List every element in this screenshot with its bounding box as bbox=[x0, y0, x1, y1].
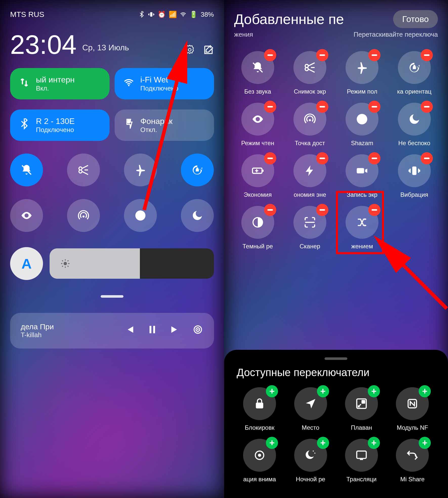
clock-date: Ср, 13 Июль bbox=[82, 43, 129, 52]
toggle-screenshot[interactable]: Снимок экр bbox=[286, 51, 333, 95]
media-next-button[interactable] bbox=[169, 324, 181, 338]
remove-badge[interactable] bbox=[316, 101, 328, 113]
add-badge[interactable] bbox=[368, 437, 380, 449]
orientation-lock-toggle[interactable] bbox=[181, 154, 214, 186]
toggle-motion[interactable]: жением bbox=[338, 206, 386, 250]
toggle-ultra[interactable]: ономия эне bbox=[286, 154, 333, 198]
flashlight-tile[interactable]: ФонарикОткл. bbox=[115, 110, 214, 141]
toggle-cast[interactable]: Трансляци bbox=[338, 439, 384, 483]
toggle-battery[interactable]: Экономия bbox=[234, 154, 281, 198]
media-player-card[interactable]: дела При T-killah bbox=[10, 313, 214, 349]
toggle-location[interactable]: Место bbox=[288, 387, 333, 431]
toggle-label: ка ориентац bbox=[391, 88, 438, 95]
status-icons: ⏰ 📶 🔋 38% bbox=[138, 11, 214, 18]
toggle-night[interactable]: Ночной ре bbox=[288, 439, 333, 483]
toggle-label: жением bbox=[338, 243, 386, 250]
media-output-button[interactable] bbox=[192, 324, 203, 338]
bluetooth-icon bbox=[18, 118, 30, 132]
media-pause-button[interactable] bbox=[147, 324, 158, 338]
hotspot-icon bbox=[293, 103, 326, 136]
toggle-mute[interactable]: Без звука bbox=[234, 51, 281, 95]
remove-badge[interactable] bbox=[368, 152, 380, 164]
toggle-airplane[interactable]: Режим пол bbox=[338, 51, 386, 95]
toggle-label: Запись экр bbox=[338, 191, 386, 198]
remove-badge[interactable] bbox=[264, 204, 276, 216]
panel-handle[interactable] bbox=[325, 357, 347, 360]
auto-brightness-toggle[interactable]: A bbox=[10, 247, 43, 280]
toggle-label: Экономия bbox=[234, 191, 281, 198]
toggle-label: Трансляци bbox=[338, 476, 384, 483]
toggle-shazam[interactable]: Shazam bbox=[338, 103, 386, 147]
camera-icon bbox=[346, 154, 378, 187]
subtitle-right: Перетаскивайте переключа bbox=[354, 31, 438, 38]
add-badge[interactable] bbox=[317, 385, 329, 397]
floating-icon bbox=[345, 387, 378, 420]
toggle-scanner[interactable]: Сканер bbox=[286, 206, 333, 250]
vibrate-status-icon bbox=[148, 11, 155, 18]
toggle-label: Блокировк bbox=[237, 424, 283, 431]
toggle-dnd[interactable]: Не беспоко bbox=[391, 103, 438, 147]
remove-badge[interactable] bbox=[264, 152, 276, 164]
remove-badge[interactable] bbox=[421, 49, 433, 61]
toggle-record[interactable]: Запись экр bbox=[338, 154, 386, 198]
toggle-orientation[interactable]: ка ориентац bbox=[391, 51, 438, 95]
remove-badge[interactable] bbox=[264, 101, 276, 113]
done-button[interactable]: Готово bbox=[393, 10, 438, 28]
remove-badge[interactable] bbox=[316, 152, 328, 164]
toggle-label: Ночной ре bbox=[288, 476, 333, 483]
toggle-reading[interactable]: Режим чтен bbox=[234, 103, 281, 147]
toggle-nfc[interactable]: Модуль NF bbox=[390, 387, 435, 431]
toggle-label: Плаван bbox=[338, 424, 384, 431]
shazam-toggle[interactable] bbox=[124, 199, 157, 232]
remove-badge[interactable] bbox=[421, 152, 433, 164]
bluetooth-tile[interactable]: R 2 - 130EПодключено bbox=[10, 110, 110, 141]
reading-mode-toggle[interactable] bbox=[10, 199, 43, 232]
toggle-mishare[interactable]: Mi Share bbox=[390, 439, 435, 483]
remove-badge[interactable] bbox=[368, 101, 380, 113]
settings-icon[interactable] bbox=[184, 44, 195, 58]
cast-icon bbox=[345, 439, 378, 472]
mobile-data-tile[interactable]: ый интернВкл. bbox=[10, 68, 110, 99]
battery-status-icon: 🔋 bbox=[189, 11, 198, 18]
remove-badge[interactable] bbox=[421, 101, 433, 113]
hotspot-toggle[interactable] bbox=[67, 199, 100, 232]
remove-badge[interactable] bbox=[316, 49, 328, 61]
remove-badge[interactable] bbox=[316, 204, 328, 216]
remove-badge[interactable] bbox=[368, 49, 380, 61]
add-badge[interactable] bbox=[368, 385, 380, 397]
remove-badge[interactable] bbox=[264, 49, 276, 61]
moon-stars-icon bbox=[294, 439, 327, 472]
add-badge[interactable] bbox=[266, 385, 278, 397]
bolt-icon bbox=[293, 154, 326, 187]
mobile-data-icon bbox=[18, 77, 30, 91]
grab-handle[interactable] bbox=[101, 295, 123, 298]
edit-icon[interactable] bbox=[203, 44, 214, 58]
toggle-label: Mi Share bbox=[390, 476, 435, 483]
add-badge[interactable] bbox=[419, 437, 431, 449]
battery-plus-icon bbox=[241, 154, 274, 187]
brightness-slider[interactable] bbox=[50, 248, 214, 279]
add-badge[interactable] bbox=[317, 437, 329, 449]
toggle-label: Модуль NF bbox=[390, 424, 435, 431]
dnd-toggle[interactable] bbox=[181, 199, 214, 232]
mute-toggle[interactable] bbox=[10, 154, 43, 186]
toggle-label: Режим пол bbox=[338, 88, 386, 95]
toggle-vibrate[interactable]: Вибрация bbox=[391, 154, 438, 198]
toggle-hotspot[interactable]: Точка дост bbox=[286, 103, 333, 147]
toggle-dark[interactable]: Темный ре bbox=[234, 206, 281, 250]
toggle-focus[interactable]: ация внима bbox=[237, 439, 283, 483]
screenshot-toggle[interactable] bbox=[67, 154, 100, 186]
toggle-label: Не беспоко bbox=[391, 140, 438, 147]
airplane-toggle[interactable] bbox=[124, 154, 157, 186]
wifi-tile[interactable]: i-Fi WetПодключено bbox=[115, 68, 214, 99]
media-prev-button[interactable] bbox=[124, 324, 135, 338]
add-badge[interactable] bbox=[419, 385, 431, 397]
target-icon bbox=[243, 439, 276, 472]
cross-arrows-icon bbox=[346, 206, 378, 239]
toggle-floating[interactable]: Плаван bbox=[338, 387, 384, 431]
flashlight-icon bbox=[123, 118, 135, 132]
add-badge[interactable] bbox=[266, 437, 278, 449]
remove-badge[interactable] bbox=[368, 204, 380, 216]
toggle-lock[interactable]: Блокировк bbox=[237, 387, 283, 431]
toggle-label: Режим чтен bbox=[234, 140, 281, 147]
